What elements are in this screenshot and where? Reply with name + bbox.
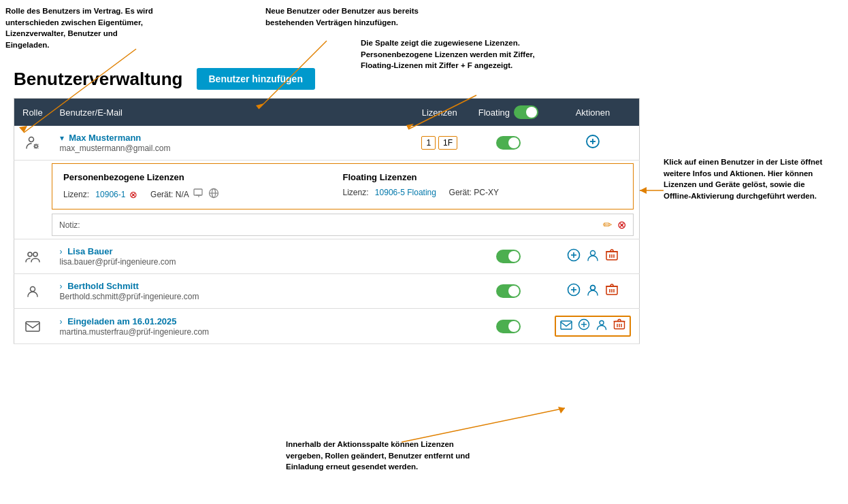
resend-invite-icon[interactable] — [560, 319, 572, 333]
svg-point-1 — [35, 145, 37, 148]
actions-cell — [547, 126, 640, 161]
change-role-icon[interactable] — [586, 283, 600, 300]
delete-note-icon[interactable]: ⊗ — [617, 218, 626, 231]
add-license-icon[interactable] — [567, 248, 581, 265]
user-email: max_mustermann@gmail.com — [60, 144, 171, 153]
remove-user-icon[interactable] — [613, 318, 625, 334]
expand-arrow[interactable]: › — [60, 247, 63, 256]
user-name[interactable]: Berthold Schmitt — [67, 281, 139, 291]
user-cell[interactable]: ▾ Max Mustermann max_mustermann@gmail.co… — [52, 126, 409, 161]
change-role-icon[interactable] — [586, 248, 600, 265]
svg-line-52 — [402, 408, 565, 442]
group-icon — [22, 250, 44, 263]
svg-point-38 — [600, 321, 604, 325]
row-floating-toggle[interactable] — [496, 250, 521, 263]
annotation-top-left: Rolle des Benutzers im Vertrag. Es wird … — [5, 5, 162, 51]
personal-licenses-title: Personenbezogene Lizenzen — [63, 172, 343, 182]
svg-rect-33 — [26, 322, 39, 331]
floating-cell — [470, 274, 547, 309]
action-icons — [555, 134, 631, 152]
float-license-label: Lizenz: — [343, 188, 371, 197]
annotation-bottom-center: Innerhalb der Aktionsspalte können Lizen… — [286, 439, 476, 473]
device-icon[interactable] — [193, 188, 204, 200]
page-title: Benutzerverwaltung — [14, 69, 183, 90]
action-icons — [555, 316, 631, 337]
expanded-columns: Personenbezogene Lizenzen Lizenz: 10906-… — [63, 172, 622, 201]
svg-rect-5 — [194, 189, 202, 195]
annotation-lizenzen-col: Die Spalte zeigt die zugewiesene Lizenze… — [361, 37, 551, 71]
license-cell — [409, 239, 470, 274]
floating-license-item: Lizenz: 10906-5 Floating Gerät: PC-XY — [343, 188, 623, 197]
personal-licenses-col: Personenbezogene Lizenzen Lizenz: 10906-… — [63, 172, 343, 201]
floating-cell — [470, 309, 547, 344]
personal-license-item: Lizenz: 10906-1 ⊗ Gerät: N/A — [63, 188, 343, 201]
expand-arrow[interactable]: › — [60, 282, 63, 291]
expanded-detail-cell: Personenbezogene Lizenzen Lizenz: 10906-… — [14, 161, 640, 239]
svg-point-12 — [33, 252, 37, 256]
floating-label: Floating — [478, 107, 510, 118]
user-email: martina.musterfrau@prüf-ingenieure.com — [60, 327, 210, 337]
table-row: ▾ Max Mustermann max_mustermann@gmail.co… — [14, 126, 640, 161]
edit-note-icon[interactable]: ✏ — [603, 218, 612, 231]
action-icons — [555, 248, 631, 265]
remove-license-icon[interactable]: ⊗ — [129, 189, 137, 200]
user-cell[interactable]: › Lisa Bauer lisa.bauer@prüf-ingenieure.… — [52, 239, 409, 274]
floating-cell — [470, 126, 547, 161]
license-cell — [409, 309, 470, 344]
actions-cell — [547, 309, 640, 344]
user-table: Rolle Benutzer/E-Mail Lizenzen Floating — [14, 98, 640, 344]
row-floating-toggle[interactable] — [496, 284, 521, 298]
svg-marker-51 — [640, 187, 647, 194]
table-row: › Eingeladen am 16.01.2025 martina.muste… — [14, 309, 640, 344]
actions-cell — [547, 274, 640, 309]
table-row: › Berthold Schmitt Berthold.schmitt@prüf… — [14, 274, 640, 309]
user-name[interactable]: Max Mustermann — [69, 133, 141, 143]
remove-user-icon[interactable] — [605, 283, 619, 300]
change-role-icon[interactable] — [596, 318, 608, 334]
floating-licenses-title: Floating Lizenzen — [343, 172, 623, 182]
row-floating-toggle[interactable] — [496, 136, 521, 150]
floating-cell — [470, 239, 547, 274]
globe-icon[interactable] — [208, 188, 219, 201]
user-cell[interactable]: › Berthold Schmitt Berthold.schmitt@prüf… — [52, 274, 409, 309]
svg-point-0 — [29, 137, 34, 142]
role-cell — [14, 309, 52, 344]
header-lizenzen: Lizenzen — [409, 99, 470, 127]
annotation-right-side: Klick auf einen Benutzer in der Liste öf… — [664, 156, 827, 202]
envelope-icon — [22, 321, 44, 332]
expand-arrow[interactable]: › — [60, 317, 63, 326]
header-aktionen: Aktionen — [547, 99, 640, 127]
role-cell — [14, 126, 52, 161]
add-user-button[interactable]: Benutzer hinzufügen — [197, 68, 315, 90]
expanded-detail-row: Personenbezogene Lizenzen Lizenz: 10906-… — [14, 161, 640, 239]
expand-arrow[interactable]: ▾ — [60, 133, 64, 143]
svg-point-11 — [28, 252, 32, 256]
user-email: Berthold.schmitt@prüf-ingenieure.com — [60, 292, 199, 301]
table-row: › Lisa Bauer lisa.bauer@prüf-ingenieure.… — [14, 239, 640, 274]
owner-icon — [22, 135, 44, 150]
role-cell — [14, 239, 52, 274]
add-license-icon[interactable] — [578, 318, 590, 334]
floating-header-toggle[interactable] — [514, 105, 538, 119]
user-cell[interactable]: › Eingeladen am 16.01.2025 martina.muste… — [52, 309, 409, 344]
row-floating-toggle[interactable] — [496, 320, 521, 333]
svg-rect-34 — [561, 321, 572, 329]
float-license-id[interactable]: 10906-5 Floating — [375, 188, 436, 197]
remove-user-icon[interactable] — [605, 248, 619, 265]
header-floating: Floating — [470, 99, 547, 127]
svg-marker-53 — [558, 407, 565, 414]
svg-point-27 — [591, 285, 596, 290]
svg-point-22 — [31, 287, 35, 292]
license-cell — [409, 274, 470, 309]
user-name[interactable]: Lisa Bauer — [67, 246, 112, 256]
add-license-icon[interactable] — [567, 283, 581, 300]
role-cell — [14, 274, 52, 309]
header-rolle: Rolle — [14, 99, 52, 127]
add-license-icon[interactable] — [585, 134, 600, 152]
user-name[interactable]: Eingeladen am 16.01.2025 — [67, 316, 176, 326]
license-label: Lizenz: — [63, 190, 91, 199]
license-badge-1: 1 — [421, 136, 436, 150]
action-icons — [555, 283, 631, 300]
license-id[interactable]: 10906-1 — [95, 190, 125, 199]
license-badge-1f: 1F — [438, 136, 457, 150]
